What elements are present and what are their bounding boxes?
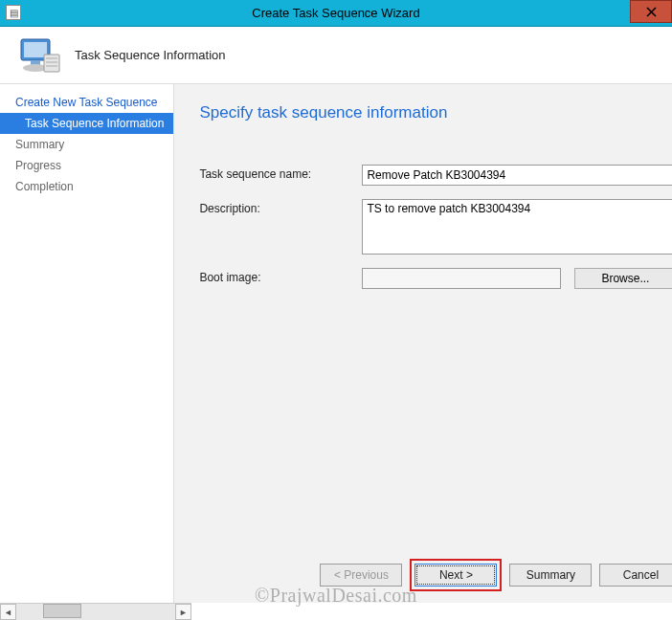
titlebar: ▤ Create Task Sequence Wizard xyxy=(0,0,672,27)
input-task-sequence-name[interactable] xyxy=(362,165,672,186)
wizard-steps-sidebar: Create New Task Sequence Task Sequence I… xyxy=(0,84,174,603)
input-description[interactable] xyxy=(362,199,672,255)
label-boot-image: Boot image: xyxy=(199,268,362,284)
wizard-button-bar: < Previous Next > Summary Cancel xyxy=(320,559,672,591)
label-task-sequence-name: Task sequence name: xyxy=(199,165,362,181)
svg-rect-6 xyxy=(44,55,59,72)
svg-rect-3 xyxy=(24,42,47,57)
window-title: Create Task Sequence Wizard xyxy=(252,6,419,20)
step-summary[interactable]: Summary xyxy=(0,134,173,155)
header-strip: Task Sequence Information xyxy=(0,27,672,84)
system-menu-icon[interactable]: ▤ xyxy=(6,5,21,20)
step-create-new-task-sequence[interactable]: Create New Task Sequence xyxy=(0,92,173,113)
step-progress[interactable]: Progress xyxy=(0,155,173,176)
scroll-left-arrow[interactable]: ◄ xyxy=(0,604,16,620)
page-heading: Specify task sequence information xyxy=(199,103,672,122)
step-task-sequence-information[interactable]: Task Sequence Information xyxy=(0,113,173,134)
next-button[interactable]: Next > xyxy=(414,564,497,587)
row-task-sequence-name: Task sequence name: xyxy=(199,165,672,186)
next-button-highlight: Next > xyxy=(410,559,502,591)
computer-icon xyxy=(17,35,61,76)
header-title: Task Sequence Information xyxy=(75,48,226,62)
main-panel: Specify task sequence information Task s… xyxy=(174,84,672,603)
body-area: Create New Task Sequence Task Sequence I… xyxy=(0,84,672,603)
row-description: Description: xyxy=(199,199,672,255)
close-icon xyxy=(646,7,657,17)
previous-button: < Previous xyxy=(320,564,402,587)
sidebar-horizontal-scrollbar[interactable]: ◄ ► xyxy=(0,603,191,620)
scroll-thumb[interactable] xyxy=(43,604,81,618)
row-boot-image: Boot image: Browse... xyxy=(199,268,672,289)
scroll-right-arrow[interactable]: ► xyxy=(175,604,191,620)
close-button[interactable] xyxy=(630,0,672,23)
input-boot-image[interactable] xyxy=(362,268,561,289)
scroll-track[interactable] xyxy=(16,604,175,620)
summary-button[interactable]: Summary xyxy=(509,564,592,587)
browse-button[interactable]: Browse... xyxy=(574,268,672,289)
cancel-button[interactable]: Cancel xyxy=(599,564,672,587)
step-completion[interactable]: Completion xyxy=(0,176,173,197)
label-description: Description: xyxy=(199,199,362,215)
